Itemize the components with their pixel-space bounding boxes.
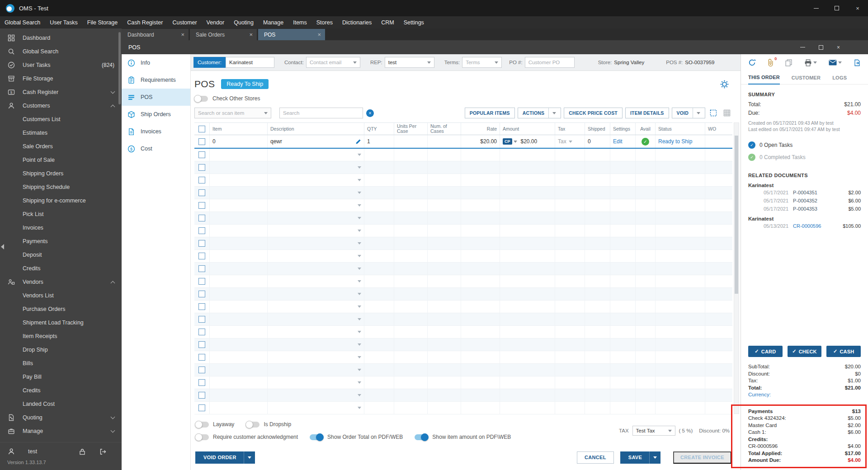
mdi-tab-pos[interactable]: POS× [258, 29, 325, 40]
toggle-switch[interactable] [415, 434, 428, 440]
menu-file-storage[interactable]: File Storage [87, 19, 118, 26]
menu-vendor[interactable]: Vendor [207, 19, 225, 26]
open-tasks-row[interactable]: ✓ 0 Open Tasks [748, 141, 861, 149]
empty-row[interactable] [194, 301, 732, 313]
toggle-show-item-amount-on-pdf-web[interactable]: Show item amount on PDF\WEB [415, 434, 511, 440]
row-checkbox[interactable] [198, 227, 205, 234]
sidebar-item-customers[interactable]: Customers [0, 99, 122, 113]
terms-select[interactable]: Terms [462, 57, 502, 68]
sidebar-item-vendors[interactable]: Vendors [0, 275, 122, 289]
row-checkbox[interactable] [198, 354, 205, 361]
description-dropdown-icon[interactable] [358, 407, 361, 409]
discount-value[interactable]: 0% [722, 428, 730, 433]
app-close-button[interactable]: × [847, 0, 868, 16]
description-dropdown-icon[interactable] [358, 204, 361, 207]
row-checkbox[interactable] [198, 164, 205, 171]
menu-global-search[interactable]: Global Search [5, 19, 40, 26]
description-dropdown-icon[interactable] [358, 343, 361, 346]
clear-search-icon[interactable]: × [366, 109, 374, 117]
email-button[interactable] [829, 60, 842, 66]
empty-row[interactable] [194, 376, 732, 389]
sidebar-item-bills[interactable]: Bills [0, 357, 122, 370]
sidebar-item-pay-bill[interactable]: Pay Bill [0, 370, 122, 384]
pos-nav-invoices[interactable]: Invoices [122, 123, 190, 140]
row-checkbox[interactable] [198, 329, 205, 335]
void-order-button[interactable]: VOID ORDER [195, 451, 255, 464]
pos-nav-cost[interactable]: $Cost [122, 140, 190, 157]
row-checkbox[interactable] [198, 379, 205, 386]
scrollbar-thumb[interactable] [735, 136, 738, 294]
toggle-layaway[interactable]: Layaway [195, 421, 234, 428]
cell-tax[interactable]: Tax [555, 135, 585, 148]
check-price-cost-button[interactable]: CHECK PRICE COST [564, 108, 623, 118]
empty-row[interactable] [194, 389, 732, 402]
sidebar-item-credits[interactable]: Credits [0, 384, 122, 397]
pos-nav-requirements[interactable]: Requirements [122, 71, 190, 89]
panel-tab-logs[interactable]: LOGS [832, 75, 847, 84]
row-checkbox[interactable] [198, 341, 205, 348]
empty-row[interactable] [194, 326, 732, 338]
mdi-tab-sale-orders[interactable]: Sale Orders× [190, 29, 257, 40]
row-checkbox[interactable] [198, 253, 205, 259]
customer-field[interactable]: Karinatest [226, 57, 274, 68]
tax-select[interactable]: Test Tax [632, 426, 675, 436]
row-checkbox[interactable] [198, 265, 205, 272]
toggle-switch[interactable] [195, 434, 209, 440]
popular-items-button[interactable]: POPULAR ITEMS [465, 108, 515, 118]
pay-card-button[interactable]: ✓CARD [748, 346, 783, 357]
sidebar-scrollbar[interactable] [118, 32, 121, 104]
tab-close-icon[interactable]: × [317, 31, 321, 38]
description-dropdown-icon[interactable] [358, 293, 361, 295]
toggle-switch[interactable] [310, 434, 323, 440]
sidebar-item-credits[interactable]: Credits [0, 262, 122, 275]
empty-row[interactable] [194, 161, 732, 174]
currency-link[interactable]: Currency: [748, 391, 771, 399]
document-number-link[interactable]: P-0004352 [793, 198, 848, 203]
void-button[interactable]: VOID [672, 108, 705, 118]
row-checkbox[interactable] [198, 303, 205, 310]
empty-row[interactable] [194, 313, 732, 326]
menu-cash-register[interactable]: Cash Register [127, 19, 163, 26]
empty-row[interactable] [194, 351, 732, 364]
table-scrollbar[interactable] [734, 122, 739, 414]
sidebar-item-deposit[interactable]: Deposit [0, 248, 122, 262]
pos-nav-pos[interactable]: POS [122, 89, 190, 106]
pos-nav-info[interactable]: Info [122, 54, 190, 71]
description-dropdown-icon[interactable] [358, 318, 361, 320]
sidebar-item-item-receipts[interactable]: Item Receipts [0, 329, 122, 343]
tab-close-icon[interactable]: × [181, 31, 184, 38]
edit-description-icon[interactable] [355, 139, 361, 145]
menu-quoting[interactable]: Quoting [234, 19, 254, 26]
description-dropdown-icon[interactable] [358, 268, 361, 270]
menu-dictionaries[interactable]: Dictionaries [342, 19, 372, 26]
row-checkbox[interactable] [198, 177, 205, 183]
pos-minimize-button[interactable] [800, 47, 805, 47]
sidebar-item-vendors-list[interactable]: Vendors List [0, 289, 122, 302]
pos-close-button[interactable]: × [837, 44, 840, 51]
sidebar-item-shipping-orders[interactable]: Shipping Orders [0, 167, 122, 180]
empty-row[interactable] [194, 149, 732, 161]
empty-row[interactable] [194, 225, 732, 237]
sidebar-collapse-arrow[interactable] [1, 244, 4, 249]
export-icon[interactable] [854, 59, 861, 66]
row-checkbox[interactable] [198, 316, 205, 323]
completed-tasks-row[interactable]: ✓ 0 Completed Tasks [748, 154, 861, 161]
description-dropdown-icon[interactable] [358, 369, 361, 371]
pos-maximize-button[interactable] [819, 45, 823, 50]
app-minimize-button[interactable] [806, 0, 826, 16]
sidebar-item-cash-register[interactable]: $Cash Register [0, 85, 122, 99]
row-checkbox[interactable] [198, 202, 205, 209]
tab-close-icon[interactable]: × [249, 31, 253, 38]
empty-row[interactable] [194, 288, 732, 301]
menu-user-tasks[interactable]: User Tasks [50, 19, 78, 26]
mdi-tab-dashboard[interactable]: Dashboard× [122, 29, 189, 40]
sidebar-item-estimates[interactable]: Estimates [0, 126, 122, 140]
order-item-row[interactable]: 0 qewr 1 $20.00 CP$20.00 Tax 0 Edit ✓ Re… [194, 135, 732, 149]
empty-row[interactable] [194, 199, 732, 212]
copy-icon[interactable] [785, 59, 792, 66]
description-dropdown-icon[interactable] [358, 280, 361, 282]
empty-row[interactable] [194, 174, 732, 187]
actions-button[interactable]: ACTIONS [518, 108, 561, 118]
description-dropdown-icon[interactable] [358, 179, 361, 181]
empty-row[interactable] [194, 402, 732, 414]
